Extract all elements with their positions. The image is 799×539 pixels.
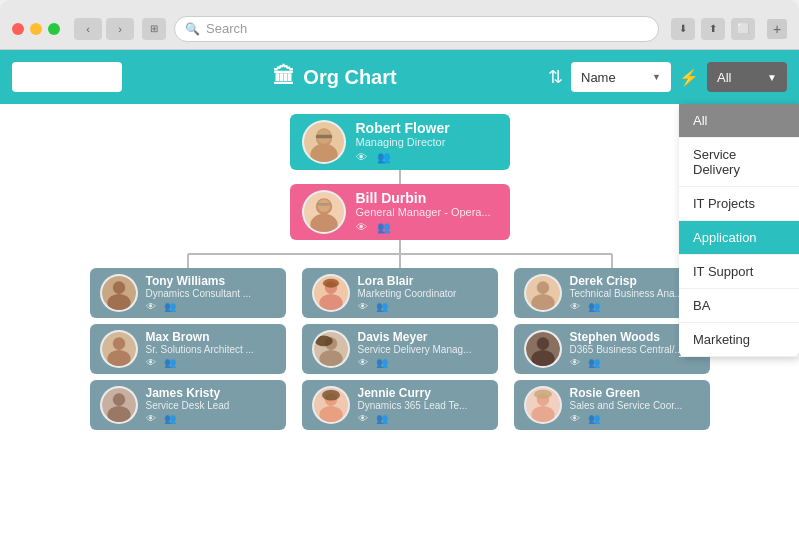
people-icon-bill[interactable]: 👥 xyxy=(377,221,391,234)
minimize-button[interactable] xyxy=(30,23,42,35)
title-jennie: Dynamics 365 Lead Te... xyxy=(358,400,488,411)
eye-icon-lora[interactable]: 👁 xyxy=(358,301,368,312)
sort-chevron: ▼ xyxy=(652,72,661,82)
app-header: 🏛 Org Chart ⇅ Name ▼ ⚡ All ▼ All Service… xyxy=(0,50,799,104)
svg-point-41 xyxy=(531,350,554,368)
eye-icon-bill[interactable]: 👁 xyxy=(356,221,367,234)
name-dropdown[interactable]: Name ▼ xyxy=(571,62,671,92)
node-bill-durbin[interactable]: Bill Durbin General Manager - Opera... 👁… xyxy=(290,184,510,240)
info-jennie: Jennie Curry Dynamics 365 Lead Te... 👁 👥 xyxy=(358,386,488,424)
extension-button[interactable]: ⬜ xyxy=(731,18,755,40)
eye-icon-derek[interactable]: 👁 xyxy=(570,301,580,312)
name-tony: Tony Williams xyxy=(146,274,276,288)
eye-icon-tony[interactable]: 👁 xyxy=(146,301,156,312)
people-icon[interactable]: 👥 xyxy=(377,151,391,164)
browser-search-bar[interactable]: 🔍 Search xyxy=(174,16,659,42)
close-button[interactable] xyxy=(12,23,24,35)
search-icon: 🔍 xyxy=(185,22,200,36)
avatar-davis xyxy=(312,330,350,368)
svg-point-37 xyxy=(536,281,549,294)
node-tony-williams[interactable]: Tony Williams Dynamics Consultant ... 👁 … xyxy=(90,268,286,318)
people-icon-rosie[interactable]: 👥 xyxy=(588,413,600,424)
sort-button[interactable]: ⇅ xyxy=(548,66,563,88)
new-tab-button[interactable]: + xyxy=(767,19,787,39)
dropdown-item-it-projects[interactable]: IT Projects xyxy=(679,187,799,221)
svg-point-22 xyxy=(112,393,125,406)
branch-tony: Tony Williams Dynamics Consultant ... 👁 … xyxy=(90,268,286,430)
branch-lora: Lora Blair Marketing Coordinator 👁 👥 xyxy=(302,268,498,430)
eye-icon-jennie[interactable]: 👁 xyxy=(358,413,368,424)
people-icon-derek[interactable]: 👥 xyxy=(588,301,600,312)
header-search-input[interactable] xyxy=(12,62,122,92)
avatar-derek xyxy=(524,274,562,312)
node-rosie-green[interactable]: Rosie Green Sales and Service Coor... 👁 … xyxy=(514,380,710,430)
title-james: Service Desk Lead xyxy=(146,400,276,411)
people-icon-stephen[interactable]: 👥 xyxy=(588,357,600,368)
dropdown-item-marketing[interactable]: Marketing xyxy=(679,323,799,357)
node-davis-meyer[interactable]: Davis Meyer Service Delivery Manag... 👁 … xyxy=(302,324,498,374)
eye-icon-stephen[interactable]: 👁 xyxy=(570,357,580,368)
people-icon-james[interactable]: 👥 xyxy=(164,413,176,424)
people-icon-tony[interactable]: 👥 xyxy=(164,301,176,312)
info-james: James Kristy Service Desk Lead 👁 👥 xyxy=(146,386,276,424)
eye-icon[interactable]: 👁 xyxy=(356,151,367,164)
header-title: 🏛 Org Chart xyxy=(132,64,538,90)
title-max: Sr. Solutions Architect ... xyxy=(146,344,276,355)
svg-point-17 xyxy=(107,294,130,312)
home-button[interactable]: ⊞ xyxy=(142,18,166,40)
dropdown-item-it-support[interactable]: IT Support xyxy=(679,255,799,289)
actions-max: 👁 👥 xyxy=(146,357,276,368)
dropdown-item-ba[interactable]: BA xyxy=(679,289,799,323)
actions-davis: 👁 👥 xyxy=(358,357,488,368)
people-icon-max[interactable]: 👥 xyxy=(164,357,176,368)
svg-point-35 xyxy=(322,390,340,401)
actions-tony: 👁 👥 xyxy=(146,301,276,312)
header-left xyxy=(12,62,122,92)
avatar-bill xyxy=(302,190,346,234)
eye-icon-james[interactable]: 👁 xyxy=(146,413,156,424)
browser-actions: ⬇ ⬆ ⬜ xyxy=(671,18,755,40)
search-text: Search xyxy=(206,21,247,36)
avatar-robert xyxy=(302,120,346,164)
info-tony: Tony Williams Dynamics Consultant ... 👁 … xyxy=(146,274,276,312)
svg-point-40 xyxy=(536,337,549,350)
dropdown-item-application[interactable]: Application xyxy=(679,221,799,255)
dropdown-item-all[interactable]: All xyxy=(679,104,799,138)
node-lora-blair[interactable]: Lora Blair Marketing Coordinator 👁 👥 xyxy=(302,268,498,318)
sort-label: Name xyxy=(581,70,616,85)
eye-icon-rosie[interactable]: 👁 xyxy=(570,413,580,424)
node-max-brown[interactable]: Max Brown Sr. Solutions Architect ... 👁 … xyxy=(90,324,286,374)
people-icon-davis[interactable]: 👥 xyxy=(376,357,388,368)
name-robert: Robert Flower xyxy=(356,120,498,136)
actions-bill: 👁 👥 xyxy=(356,221,498,234)
avatar-tony xyxy=(100,274,138,312)
svg-point-23 xyxy=(107,406,130,424)
info-robert: Robert Flower Managing Director 👁 👥 xyxy=(356,120,498,164)
filter-button[interactable]: ⚡ xyxy=(679,68,699,87)
back-button[interactable]: ‹ xyxy=(74,18,102,40)
people-icon-lora[interactable]: 👥 xyxy=(376,301,388,312)
share-button[interactable]: ⬆ xyxy=(701,18,725,40)
download-button[interactable]: ⬇ xyxy=(671,18,695,40)
avatar-stephen xyxy=(524,330,562,368)
all-dropdown[interactable]: All ▼ xyxy=(707,62,787,92)
info-lora: Lora Blair Marketing Coordinator 👁 👥 xyxy=(358,274,488,312)
node-james-kristy[interactable]: James Kristy Service Desk Lead 👁 👥 xyxy=(90,380,286,430)
dropdown-item-service-delivery[interactable]: Service Delivery xyxy=(679,138,799,187)
eye-icon-davis[interactable]: 👁 xyxy=(358,357,368,368)
node-jennie-curry[interactable]: Jennie Curry Dynamics 365 Lead Te... 👁 👥 xyxy=(302,380,498,430)
name-jennie: Jennie Curry xyxy=(358,386,488,400)
forward-button[interactable]: › xyxy=(106,18,134,40)
maximize-button[interactable] xyxy=(48,23,60,35)
all-chevron: ▼ xyxy=(767,72,777,83)
header-controls: ⇅ Name ▼ ⚡ All ▼ xyxy=(548,62,787,92)
eye-icon-max[interactable]: 👁 xyxy=(146,357,156,368)
title-tony: Dynamics Consultant ... xyxy=(146,288,276,299)
svg-point-16 xyxy=(112,281,125,294)
people-icon-jennie[interactable]: 👥 xyxy=(376,413,388,424)
info-davis: Davis Meyer Service Delivery Manag... 👁 … xyxy=(358,330,488,368)
node-robert-flower[interactable]: Robert Flower Managing Director 👁 👥 xyxy=(290,114,510,170)
actions-lora: 👁 👥 xyxy=(358,301,488,312)
svg-point-45 xyxy=(534,390,552,399)
avatar-lora xyxy=(312,274,350,312)
